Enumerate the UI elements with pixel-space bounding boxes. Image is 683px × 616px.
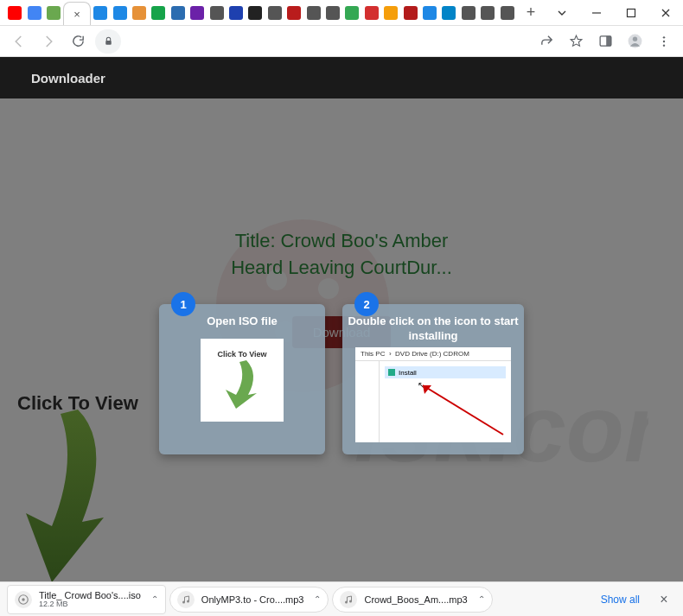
green-down-arrow-icon [220,359,264,410]
step-badge: 1 [171,292,195,316]
audio-file-icon [177,591,195,608]
step-badge: 2 [354,292,379,316]
download-filename: Title_ Crowd Boo's....iso [39,590,141,600]
page-content: Downloader isk.com Title: Crowd Boo's Am… [0,57,683,581]
share-icon[interactable] [534,29,559,54]
circle-purple-icon[interactable] [188,3,206,22]
instruction-overlay: 1 Open ISO file Click To View 2 Double c… [0,304,683,454]
download-shelf: Title_ Crowd Boo's....iso 12.2 MB ⌃ Only… [0,581,683,616]
step-thumbnail: Click To View [201,339,284,422]
svg-point-7 [663,36,665,38]
window-titlebar: × + [0,0,683,26]
circle-dark-icon[interactable] [246,3,264,22]
maximize-button[interactable] [614,0,648,26]
hook-icon[interactable] [304,3,322,22]
globe-icon[interactable] [460,3,477,22]
svg-rect-4 [606,36,611,46]
active-browser-tab[interactable]: × [63,2,91,25]
site-header: Downloader [0,57,683,98]
site-title: Downloader [31,71,105,86]
explorer-breadcrumb: This PC › DVD Drive (D:) CDROM [355,347,511,361]
dropdown-button[interactable] [545,0,579,26]
profile-avatar-icon[interactable] [622,29,647,54]
forward-button[interactable] [36,29,61,54]
kebab-menu-icon[interactable] [652,29,676,54]
download-red-icon[interactable] [285,3,303,22]
cloud-down-icon[interactable] [92,3,109,22]
svg-rect-2 [105,41,112,45]
video-icon[interactable] [227,3,245,22]
new-tab-button[interactable]: + [520,2,541,22]
close-tab-icon[interactable]: × [73,8,80,21]
svg-point-8 [663,40,665,41]
address-bar-area[interactable] [95,29,529,54]
reload-button[interactable] [66,29,90,54]
download-filename: Crowd_Boos_Am....mp3 [364,594,467,605]
globe-icon[interactable] [324,3,342,22]
plus-green-icon[interactable] [150,3,167,22]
chevron-up-icon[interactable]: ⌃ [151,594,158,604]
svg-point-21 [345,600,348,603]
step-card-2: 2 Double click on the icon to start inst… [342,304,524,454]
globe-icon[interactable] [479,3,496,22]
download-item[interactable]: Title_ Crowd Boo's....iso 12.2 MB ⌃ [7,585,166,614]
media-title: Title: Crowd Boo's Amber Heard Leaving C… [212,228,471,282]
browser-toolbar [0,26,683,57]
svg-point-19 [182,600,185,603]
youtube-icon[interactable] [6,3,23,22]
download-item[interactable]: OnlyMP3.to - Cro....mp3 ⌃ [169,587,329,613]
download-filename: OnlyMP3.to - Cro....mp3 [201,594,304,605]
download-filesize: 12.2 MB [39,600,141,609]
globe-icon[interactable] [207,3,225,22]
svg-line-16 [423,385,503,435]
minimize-button[interactable] [579,0,614,26]
sheets-icon[interactable] [343,3,361,22]
download-item[interactable]: Crowd_Boos_Am....mp3 ⌃ [332,587,492,613]
svg-point-18 [22,598,25,601]
adblock-icon[interactable] [363,3,380,22]
show-all-downloads-link[interactable]: Show all [592,588,648,611]
google-icon[interactable] [25,3,42,22]
chevron-up-icon[interactable]: ⌃ [314,594,321,604]
window-controls [545,0,683,25]
bitly-icon[interactable] [440,3,457,22]
side-panel-icon[interactable] [593,29,617,54]
cloud-arrow-icon[interactable] [421,3,438,22]
lock-icon [95,29,121,54]
ym-icon[interactable] [401,3,418,22]
cloud-down-icon[interactable] [111,3,128,22]
grid-blue-icon[interactable] [169,3,187,22]
file-icon [15,591,32,608]
installer-icon [388,369,395,376]
red-pointer-arrow-icon [412,378,507,439]
svg-point-6 [632,36,636,41]
step-heading: Open ISO file [159,314,325,329]
back-button[interactable] [7,29,31,54]
svg-rect-1 [628,9,635,16]
close-window-button[interactable] [648,0,683,26]
step-thumbnail: This PC › DVD Drive (D:) CDROM Install ↖ [355,347,511,442]
audio-file-icon [340,591,357,608]
globe-icon[interactable] [266,3,284,22]
translate-icon[interactable] [45,3,62,22]
step-heading: Double click on the icon to start instal… [342,314,524,344]
install-file-item: Install [385,366,506,378]
download-yellow-icon[interactable] [382,3,399,22]
bookmark-star-icon[interactable] [564,29,588,54]
camel-icon[interactable] [131,3,148,22]
svg-point-20 [187,600,189,602]
svg-point-9 [663,44,665,46]
step-card-1: 1 Open ISO file Click To View [159,304,325,454]
close-shelf-button[interactable]: × [652,587,676,612]
svg-point-22 [349,600,352,602]
chevron-up-icon[interactable]: ⌃ [478,594,485,604]
gear-icon[interactable] [498,3,515,22]
tab-strip: × [0,0,517,25]
